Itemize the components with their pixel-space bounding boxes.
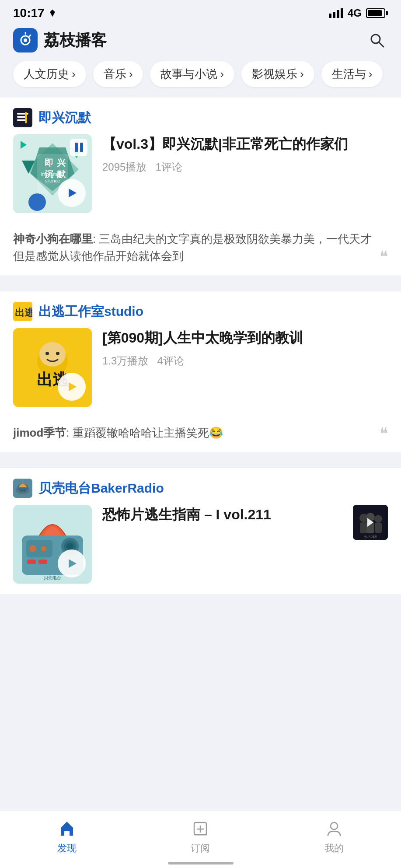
comment-text-chutao: jimod季节: 重蹈覆辙哈哈哈让主播笑死😂	[13, 424, 375, 441]
svg-marker-25	[21, 141, 27, 149]
subscribe-icon	[190, 818, 211, 839]
svg-point-49	[66, 543, 73, 550]
category-label-4: 生活与	[332, 66, 366, 82]
app-title: 荔枝播客	[44, 30, 107, 51]
svg-point-30	[39, 342, 66, 367]
side-thumbnail-beike[interactable]: MURDER	[353, 505, 388, 540]
category-yinyue[interactable]: 音乐 ›	[93, 61, 143, 87]
play-indicator	[17, 139, 30, 151]
pause-button[interactable]	[70, 139, 87, 156]
episode-cover-jixing[interactable]: impromptu silence 即 沉 兴 默	[13, 134, 92, 213]
category-label-3: 影视娱乐	[252, 66, 297, 82]
episode-title-chutao: [第090期]人生中太晚学到的教训	[102, 328, 388, 348]
category-arrow-1: ›	[129, 67, 133, 81]
episode-card-jixing[interactable]: impromptu silence 即 沉 兴 默	[0, 134, 401, 224]
logo-svg	[17, 32, 34, 49]
episode-cover-beike[interactable]: 贝壳电台	[13, 505, 92, 584]
discover-icon	[56, 818, 77, 839]
svg-point-53	[41, 546, 46, 551]
section-chutao-title: 出逃工作室studio	[38, 303, 143, 321]
large-play-button[interactable]	[58, 179, 86, 207]
svg-point-31	[45, 352, 49, 355]
section-jixing-icon	[13, 108, 32, 127]
pause-bar-2	[80, 143, 83, 152]
status-right: 4G	[329, 7, 388, 19]
svg-point-41	[24, 490, 26, 492]
category-renwenlishi[interactable]: 人文历史 ›	[13, 61, 86, 87]
jixing-logo-svg	[14, 109, 31, 126]
svg-point-32	[56, 352, 59, 355]
episode-title-beike: 恐怖片逃生指南 – I vol.211	[102, 505, 347, 525]
episode-meta-jixing: 2095播放 1评论	[102, 160, 388, 174]
category-arrow-3: ›	[300, 67, 304, 81]
play-count-chutao: 1.3万播放	[102, 355, 148, 367]
svg-rect-43	[22, 493, 24, 494]
mine-icon	[324, 818, 345, 839]
section-chutao: 出逃 出逃工作室studio 出逃	[0, 291, 401, 452]
chutao-logo-svg: 出逃	[13, 302, 32, 321]
section-chutao-header[interactable]: 出逃 出逃工作室studio	[0, 291, 401, 328]
nav-item-discover[interactable]: 发现	[56, 818, 77, 855]
pause-icon	[75, 143, 83, 152]
comment-count-jixing: 1评论	[155, 161, 182, 173]
status-bar: 10:17 4G	[0, 0, 401, 24]
category-scroll[interactable]: 人文历史 › 音乐 › 故事与小说 › 影视娱乐 › 生活与 ›	[0, 61, 401, 98]
mine-icon-svg	[324, 819, 344, 838]
svg-point-39	[20, 490, 21, 492]
side-play-icon[interactable]	[353, 505, 388, 540]
bottom-nav: 发现 订阅 我的	[0, 811, 401, 868]
app-logo: 荔枝播客	[13, 28, 107, 52]
section-jixing-header[interactable]: 即兴沉默	[0, 98, 401, 134]
time-display: 10:17	[13, 6, 45, 20]
comment-row-chutao[interactable]: jimod季节: 重蹈覆辙哈哈哈让主播笑死😂 ❝	[0, 417, 401, 452]
beike-title-row: 恐怖片逃生指南 – I vol.211	[102, 505, 388, 540]
category-gushi[interactable]: 故事与小说 ›	[150, 61, 234, 87]
divider-1	[0, 284, 401, 291]
nav-label-mine: 我的	[324, 842, 344, 855]
episode-cover-chutao[interactable]: 出逃	[13, 328, 92, 407]
category-shenghuo[interactable]: 生活与 ›	[321, 61, 383, 87]
category-yingshi[interactable]: 影视娱乐 ›	[241, 61, 314, 87]
episode-card-chutao[interactable]: 出逃 [第090期]人生中太晚学到的教训 1.3万播放 4评论	[0, 328, 401, 417]
home-indicator	[168, 862, 234, 864]
svg-point-38	[22, 480, 24, 481]
bottom-spacer	[0, 603, 401, 690]
signal-icon	[329, 8, 343, 18]
divider-2	[0, 461, 401, 468]
signal-bar-2	[333, 12, 335, 18]
subscribe-icon-svg	[191, 819, 210, 838]
svg-text:即: 即	[45, 158, 53, 168]
section-beike-icon	[13, 479, 32, 498]
search-icon	[368, 32, 386, 49]
play-button-chutao[interactable]	[58, 373, 86, 401]
episode-info-chutao: [第090期]人生中太晚学到的教训 1.3万播放 4评论	[102, 328, 388, 368]
svg-line-6	[379, 42, 384, 47]
svg-text:沉: 沉	[45, 169, 54, 179]
play-button-beike[interactable]	[58, 550, 86, 578]
svg-text:贝壳电台: 贝壳电台	[44, 575, 61, 580]
svg-point-40	[22, 490, 24, 492]
episode-info-beike: 恐怖片逃生指南 – I vol.211	[102, 505, 388, 540]
episode-card-beike[interactable]: 贝壳电台 恐怖片逃生指南 – I vol.211	[0, 505, 401, 594]
category-arrow-4: ›	[369, 67, 373, 81]
svg-marker-64	[367, 518, 373, 527]
svg-rect-51	[38, 560, 47, 564]
status-time: 10:17	[13, 6, 57, 20]
category-arrow-2: ›	[220, 67, 224, 81]
section-beike: 贝壳电台BakerRadio	[0, 468, 401, 594]
nav-item-subscribe[interactable]: 订阅	[190, 818, 211, 855]
category-arrow-0: ›	[72, 67, 76, 81]
signal-bar-4	[341, 8, 343, 18]
episode-info-jixing: 【vol.3】即兴沉默|非正常死亡的作家们 2095播放 1评论	[102, 134, 388, 174]
svg-point-2	[24, 38, 27, 42]
nav-label-discover: 发现	[57, 842, 77, 855]
nav-item-mine[interactable]: 我的	[324, 818, 345, 855]
svg-rect-9	[17, 116, 25, 118]
signal-bar-1	[329, 14, 331, 18]
svg-point-69	[331, 822, 338, 830]
play-triangle-chutao	[69, 382, 77, 391]
comment-row-jixing[interactable]: 神奇小狗在哪里: 三岛由纪夫的文字真的是极致阴欲美暴力美，一代天才但是感觉从读他…	[0, 224, 401, 276]
search-button[interactable]	[366, 29, 388, 51]
section-beike-header[interactable]: 贝壳电台BakerRadio	[0, 468, 401, 505]
section-jixing: 即兴沉默 impromptu	[0, 98, 401, 276]
